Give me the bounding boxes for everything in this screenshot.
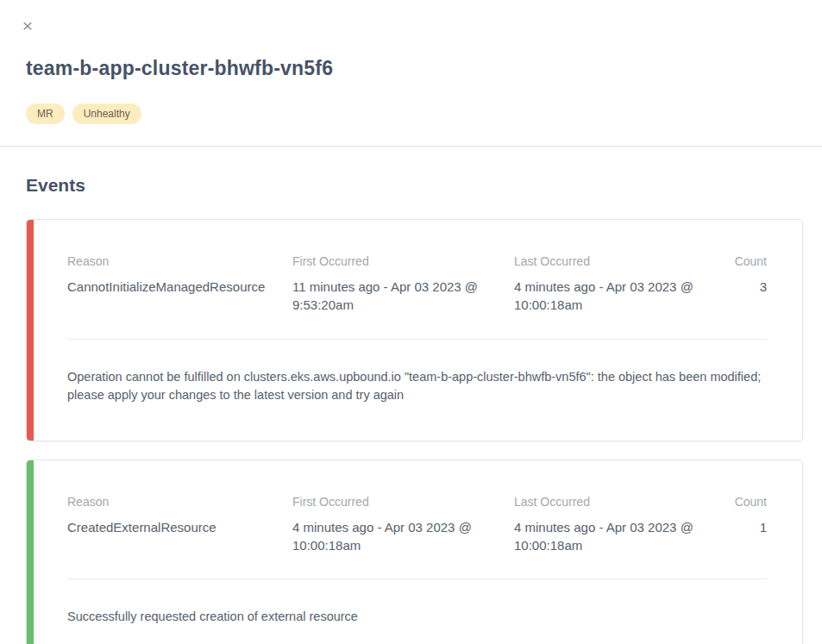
close-icon[interactable]: × [19,17,36,34]
events-section: Events Reason CannotInitializeManagedRes… [0,175,822,644]
panel-header: team-b-app-cluster-bhwfb-vn5f6 MR Unheal… [0,57,822,124]
badge-row: MR Unhealthy [26,103,796,124]
error-status-stripe [27,220,34,441]
card-divider [67,339,767,340]
last-occurred-value: 4 minutes ago - Apr 03 2023 @ 10:00:18am [514,518,700,555]
reason-header: Reason [67,254,275,268]
health-status-badge: Unhealthy [72,103,141,124]
reason-header: Reason [67,495,275,509]
event-card-error: Reason CannotInitializeManagedResource F… [26,219,803,441]
first-occurred-header: First Occurred [292,495,497,509]
success-status-stripe [27,460,34,644]
events-heading: Events [26,175,803,196]
resource-kind-badge: MR [26,103,65,124]
event-message: Successfully requested creation of exter… [67,608,767,626]
first-occurred-value: 4 minutes ago - Apr 03 2023 @ 10:00:18am [292,518,497,555]
card-divider [67,578,767,579]
last-occurred-value: 4 minutes ago - Apr 03 2023 @ 10:00:18am [514,278,700,315]
last-occurred-header: Last Occurred [514,254,700,268]
event-table: Reason CannotInitializeManagedResource F… [67,254,767,315]
count-value: 3 [717,278,767,296]
event-card-success: Reason CreatedExternalResource First Occ… [26,460,803,644]
event-message: Operation cannot be fulfilled on cluster… [67,368,767,404]
header-divider [0,146,822,147]
first-occurred-header: First Occurred [292,254,497,268]
count-header: Count [717,495,767,509]
count-header: Count [717,254,767,268]
event-table: Reason CreatedExternalResource First Occ… [67,495,767,555]
first-occurred-value: 11 minutes ago - Apr 03 2023 @ 9:53:20am [292,278,497,315]
last-occurred-header: Last Occurred [514,495,700,509]
page-title: team-b-app-cluster-bhwfb-vn5f6 [26,57,796,80]
reason-value: CannotInitializeManagedResource [67,278,275,296]
reason-value: CreatedExternalResource [67,518,275,536]
count-value: 1 [717,518,767,536]
